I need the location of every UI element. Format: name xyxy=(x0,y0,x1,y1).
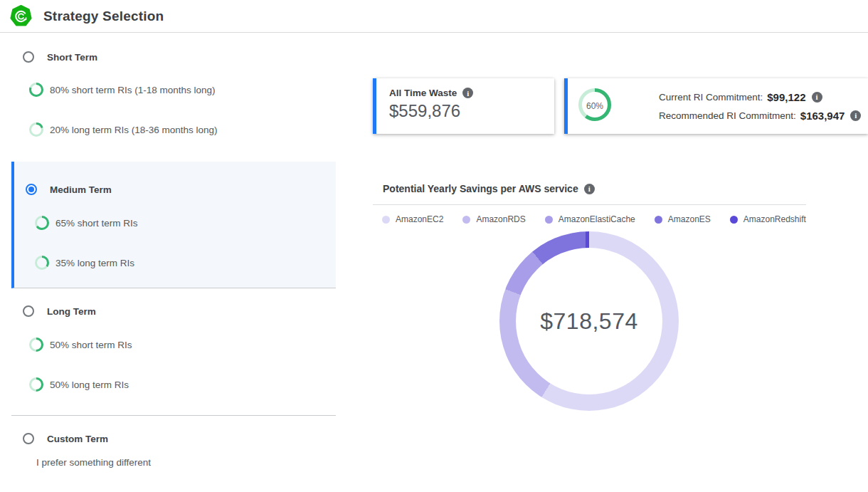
custom-term-description: I prefer something different xyxy=(36,457,151,468)
progress-ring-icon xyxy=(29,83,43,97)
commitment-progress-ring: 60% xyxy=(578,88,611,124)
legend-label: AmazonRDS xyxy=(476,214,525,224)
option-label: 35% long term RIs xyxy=(55,258,134,268)
recommended-ri-value: $163,947 xyxy=(800,110,845,122)
option-label: 50% long term RIs xyxy=(50,380,129,390)
strategy-option: 80% short term RIs (1-18 months long) xyxy=(29,83,216,97)
savings-donut-chart[interactable]: $718,574 xyxy=(499,231,679,411)
radio-row-custom-term[interactable]: Custom Term xyxy=(23,431,108,446)
legend-item-AmazonRedshift[interactable]: AmazonRedshift xyxy=(730,214,806,224)
legend-label: AmazonRedshift xyxy=(743,214,806,224)
strategy-label: Short Term xyxy=(47,52,97,63)
progress-ring-icon xyxy=(35,216,49,230)
radio-short-term[interactable] xyxy=(23,51,34,63)
info-icon[interactable]: i xyxy=(584,184,595,194)
radio-medium-term[interactable] xyxy=(26,184,37,195)
option-label: 65% short term RIs xyxy=(55,218,138,229)
recommended-ri-label: Recommended RI Commitment: xyxy=(659,110,796,121)
progress-ring-icon xyxy=(29,377,43,392)
chart-legend: AmazonEC2AmazonRDSAmazonElastiCacheAmazo… xyxy=(382,214,806,224)
strategy-label: Custom Term xyxy=(47,434,108,444)
recommended-ri-commitment-row: Recommended RI Commitment: $163,947 i xyxy=(659,110,861,122)
strategy-option: 50% short term RIs xyxy=(29,337,132,352)
header: Strategy Selection xyxy=(0,0,868,33)
legend-label: AmazonElastiCache xyxy=(559,214,635,224)
strategy-option: 20% long term RIs (18-36 months long) xyxy=(29,122,218,137)
legend-item-AmazonElastiCache[interactable]: AmazonElastiCache xyxy=(545,214,635,224)
strategy-medium-term[interactable]: Medium Term 65% short term RIs 35% long … xyxy=(11,162,336,288)
radio-long-term[interactable] xyxy=(23,305,34,317)
progress-ring-icon xyxy=(29,337,43,352)
info-icon[interactable]: i xyxy=(812,92,822,103)
strategy-selection-page: Strategy Selection Short Term 80% short … xyxy=(0,0,868,492)
legend-dot-icon xyxy=(382,216,390,224)
legend-label: AmazonES xyxy=(668,214,711,224)
chart-title: Potential Yearly Savings per AWS service xyxy=(383,183,578,194)
progress-ring-icon xyxy=(29,122,43,137)
radio-row-long-term[interactable]: Long Term xyxy=(23,304,96,318)
current-ri-label: Current RI Commitment: xyxy=(659,92,763,103)
strategy-label: Long Term xyxy=(47,306,96,317)
info-icon[interactable]: i xyxy=(850,110,861,121)
legend-item-AmazonRDS[interactable]: AmazonRDS xyxy=(462,214,525,224)
waste-card-value: $559,876 xyxy=(389,101,554,121)
radio-row-short-term[interactable]: Short Term xyxy=(23,50,97,64)
chart-header: Potential Yearly Savings per AWS service… xyxy=(383,183,595,194)
info-icon[interactable]: i xyxy=(462,88,473,98)
legend-dot-icon xyxy=(462,216,470,224)
option-label: 20% long term RIs (18-36 months long) xyxy=(50,125,218,135)
commitment-ring-percent: 60% xyxy=(578,88,611,124)
page-title: Strategy Selection xyxy=(43,9,164,24)
progress-ring-icon xyxy=(35,256,49,270)
donut-hole: $718,574 xyxy=(516,248,662,394)
strategy-label: Medium Term xyxy=(50,184,112,195)
radio-row-medium-term[interactable]: Medium Term xyxy=(26,182,112,197)
legend-label: AmazonEC2 xyxy=(396,214,443,224)
cloudability-logo-icon xyxy=(10,5,32,27)
section-divider xyxy=(11,415,336,416)
option-label: 50% short term RIs xyxy=(50,340,132,350)
current-ri-value: $99,122 xyxy=(767,91,805,103)
legend-item-AmazonES[interactable]: AmazonES xyxy=(655,214,711,224)
strategy-option: 50% long term RIs xyxy=(29,377,129,392)
all-time-waste-card: All Time Waste i $559,876 xyxy=(373,78,554,134)
waste-card-title: All Time Waste xyxy=(389,88,457,98)
legend-dot-icon xyxy=(730,216,738,224)
legend-dot-icon xyxy=(655,216,662,224)
legend-dot-icon xyxy=(545,216,553,224)
strategy-option: 35% long term RIs xyxy=(35,256,134,270)
chart-divider xyxy=(373,204,806,205)
radio-custom-term[interactable] xyxy=(23,433,34,444)
legend-item-AmazonEC2[interactable]: AmazonEC2 xyxy=(382,214,443,224)
donut-center-total: $718,574 xyxy=(540,308,637,335)
current-ri-commitment-row: Current RI Commitment: $99,122 i xyxy=(659,91,861,103)
ri-commitment-card: 60% Current RI Commitment: $99,122 i Rec… xyxy=(564,78,868,134)
strategy-option: 65% short term RIs xyxy=(35,216,138,230)
option-label: 80% short term RIs (1-18 months long) xyxy=(50,85,216,95)
